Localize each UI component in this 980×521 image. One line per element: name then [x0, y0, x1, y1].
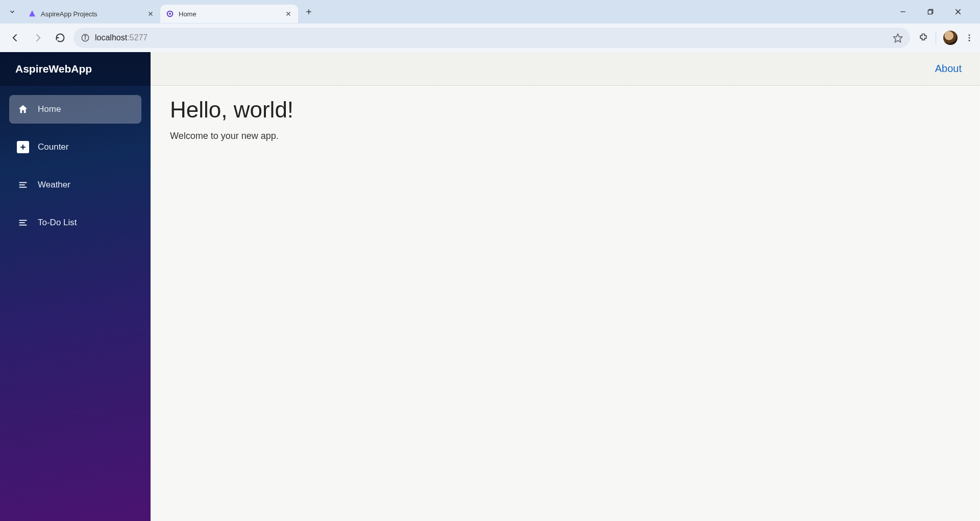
browser-chrome: AspireApp Projects Home [0, 0, 980, 52]
about-link[interactable]: About [935, 63, 962, 75]
svg-marker-16 [894, 34, 902, 42]
topbar: About [151, 52, 980, 86]
tab-title: Home [179, 10, 280, 18]
back-button[interactable] [6, 29, 24, 47]
maximize-button[interactable] [923, 4, 938, 19]
sidebar-item-todo[interactable]: To-Do List [9, 208, 141, 237]
window-controls [895, 4, 976, 19]
tab-bar: AspireApp Projects Home [0, 0, 980, 23]
sidebar-item-counter[interactable]: Counter [9, 133, 141, 161]
close-icon[interactable] [146, 9, 155, 18]
home-icon [16, 103, 30, 116]
reload-button[interactable] [51, 29, 69, 47]
svg-point-19 [969, 40, 970, 41]
app-brand[interactable]: AspireWebApp [0, 52, 151, 86]
address-bar[interactable]: localhost:5277 [74, 28, 910, 48]
new-tab-button[interactable] [301, 4, 316, 19]
toolbar-right [914, 31, 974, 45]
sidebar-item-label: To-Do List [38, 218, 77, 228]
svg-point-18 [969, 37, 970, 39]
separator [936, 32, 936, 44]
site-info-icon[interactable] [81, 33, 90, 42]
tab-home[interactable]: Home [160, 5, 298, 23]
app-viewport: AspireWebApp Home Counter [0, 52, 980, 521]
content-area: About Hello, world! Welcome to your new … [151, 52, 980, 521]
extensions-icon[interactable] [918, 33, 928, 43]
minimize-button[interactable] [895, 4, 911, 19]
plus-icon [16, 140, 30, 154]
blazor-icon [165, 9, 175, 18]
svg-rect-10 [928, 10, 932, 14]
sidebar: AspireWebApp Home Counter [0, 52, 151, 521]
list-icon [16, 216, 30, 229]
close-window-button[interactable] [950, 4, 966, 19]
svg-point-17 [969, 34, 970, 36]
svg-point-3 [169, 13, 171, 15]
aspire-icon [28, 9, 37, 18]
page-subtext: Welcome to your new app. [170, 131, 961, 141]
sidebar-item-label: Weather [38, 180, 70, 190]
page-body: Hello, world! Welcome to your new app. [151, 86, 980, 153]
sidebar-item-label: Counter [38, 142, 68, 152]
profile-avatar[interactable] [943, 31, 958, 45]
sidebar-item-weather[interactable]: Weather [9, 171, 141, 199]
list-icon [16, 178, 30, 192]
sidebar-item-home[interactable]: Home [9, 95, 141, 124]
tab-title: AspireApp Projects [41, 10, 142, 18]
kebab-menu-icon[interactable] [965, 33, 974, 42]
sidebar-nav: Home Counter Weather To [0, 86, 151, 246]
page-heading: Hello, world! [170, 97, 961, 123]
forward-button[interactable] [29, 29, 47, 47]
url-port: :5277 [127, 33, 148, 42]
url-text: localhost:5277 [95, 33, 148, 42]
svg-point-15 [85, 35, 86, 36]
brand-label: AspireWebApp [15, 63, 92, 75]
address-bar-row: localhost:5277 [0, 23, 980, 52]
sidebar-item-label: Home [38, 104, 61, 114]
bookmark-star-icon[interactable] [893, 33, 903, 43]
close-icon[interactable] [284, 9, 293, 18]
tab-search-dropdown[interactable] [4, 4, 20, 20]
tab-aspireapp-projects[interactable]: AspireApp Projects [22, 5, 160, 23]
url-host: localhost [95, 33, 127, 42]
